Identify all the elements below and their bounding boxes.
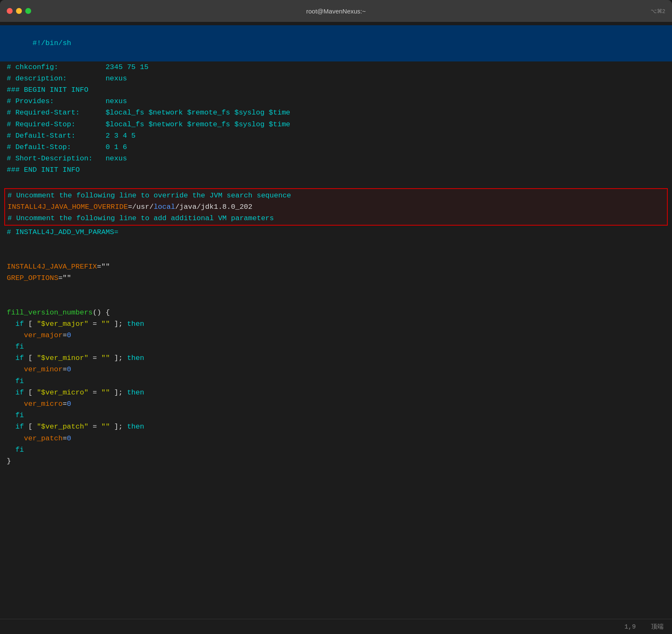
shortcut-hint: ⌥⌘2 (651, 8, 665, 14)
code-line: # Uncomment the following line to add ad… (8, 213, 664, 224)
terminal-window: root@MavenNexus:~ ⌥⌘2 #!/bin/sh # chkcon… (0, 0, 672, 634)
window-controls (7, 8, 31, 14)
code-line: if [ "$ver_patch" = "" ]; then (0, 421, 672, 432)
cursor-position: 1,9 顶端 (624, 623, 664, 631)
code-line: # Short-Description: nexus (0, 153, 672, 164)
empty-line (0, 176, 672, 187)
code-line: GREP_OPTIONS="" (0, 272, 672, 284)
window-title: root@MavenNexus:~ (306, 8, 366, 15)
shebang-text: #!/bin/sh (32, 39, 71, 47)
empty-line (0, 295, 672, 306)
code-line: # chkconfig: 2345 75 15 (0, 61, 672, 73)
code-line: # Provides: nexus (0, 96, 672, 107)
title-bar: root@MavenNexus:~ ⌥⌘2 (0, 0, 672, 22)
code-line: fi (0, 376, 672, 387)
maximize-button[interactable] (25, 8, 31, 14)
code-line: fi (0, 410, 672, 421)
minimize-button[interactable] (16, 8, 22, 14)
code-line: # Default-Stop: 0 1 6 (0, 141, 672, 153)
code-line: ### END INIT INFO (0, 164, 672, 176)
code-line: # description: nexus (0, 73, 672, 84)
code-line: # Required-Stop: $local_fs $network $rem… (0, 119, 672, 130)
code-line: ver_patch=0 (0, 433, 672, 444)
code-line: fi (0, 341, 672, 352)
code-line: ### BEGIN INIT INFO (0, 84, 672, 96)
code-line: ver_minor=0 (0, 364, 672, 375)
function-definition: fill_version_numbers() { (0, 307, 672, 318)
status-bar: 1,9 顶端 (0, 619, 672, 634)
highlighted-block: # Uncomment the following line to overri… (4, 188, 668, 226)
code-line: INSTALL4J_JAVA_PREFIX="" (0, 261, 672, 272)
close-button[interactable] (7, 8, 13, 14)
code-line: INSTALL4J_JAVA_HOME_OVERRIDE=/usr/local/… (8, 201, 664, 213)
code-line: # Required-Start: $local_fs $network $re… (0, 107, 672, 118)
code-line: # INSTALL4J_ADD_VM_PARAMS= (0, 226, 672, 238)
code-line: ver_micro=0 (0, 398, 672, 410)
code-line: } (0, 456, 672, 467)
code-line: if [ "$ver_major" = "" ]; then (0, 318, 672, 330)
terminal-body[interactable]: #!/bin/sh # chkconfig: 2345 75 15 # desc… (0, 22, 672, 619)
empty-line (0, 284, 672, 295)
empty-line (0, 250, 672, 261)
code-line: if [ "$ver_minor" = "" ]; then (0, 352, 672, 364)
code-line: # Default-Start: 2 3 4 5 (0, 130, 672, 141)
code-line: # Uncomment the following line to overri… (8, 190, 664, 201)
code-line: fi (0, 444, 672, 456)
code-line: if [ "$ver_micro" = "" ]; then (0, 387, 672, 398)
code-line: ver_major=0 (0, 330, 672, 341)
shebang-line: #!/bin/sh (0, 25, 672, 61)
empty-line (0, 238, 672, 249)
